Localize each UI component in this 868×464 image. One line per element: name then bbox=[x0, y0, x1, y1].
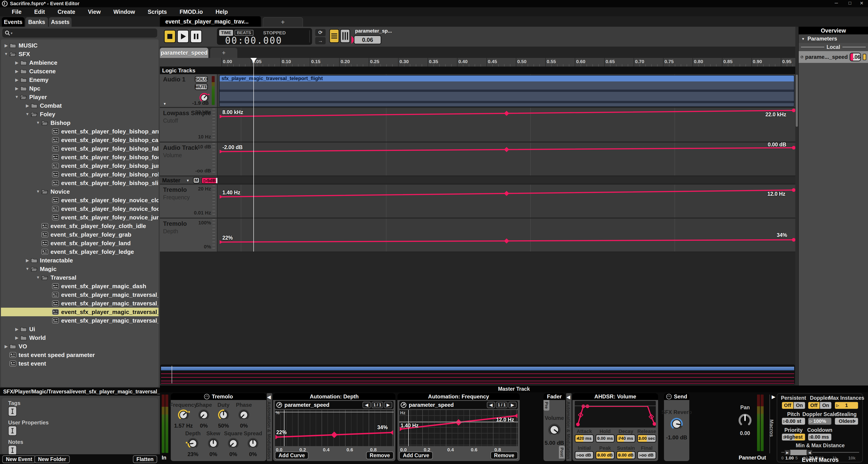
tree-folder-ui[interactable]: ▶Ui bbox=[1, 325, 158, 333]
tree-folder-ambience[interactable]: ▶Ambience bbox=[1, 58, 158, 67]
max-instances-field[interactable]: ▷1 bbox=[834, 401, 859, 409]
parameter-value-field[interactable]: 0.06 bbox=[850, 53, 861, 61]
tree-event-event_sfx_player_foley_bishop_jump[interactable]: event_sfx_player_foley_bishop_jump bbox=[1, 162, 158, 170]
lanes-view-button[interactable] bbox=[340, 29, 350, 43]
tree-event-event_sfx_player_foley_bishop_cape[interactable]: event_sfx_player_foley_bishop_cape bbox=[1, 136, 158, 144]
ahdsr-initial-field[interactable]: ▷-oo dB bbox=[575, 451, 594, 459]
playhead-marker-icon[interactable] bbox=[250, 58, 257, 62]
scrollbar-thumb[interactable] bbox=[796, 75, 798, 127]
tree-folder-npc[interactable]: ▶Npc bbox=[1, 84, 158, 93]
audio-region-title[interactable]: sfx_player_magic_traversal_teleport_flig… bbox=[220, 75, 794, 81]
send-level-knob[interactable] bbox=[669, 416, 685, 432]
stop-button[interactable] bbox=[164, 30, 176, 43]
tree-folder-cutscene[interactable]: ▶Cutscene bbox=[1, 67, 158, 75]
ahdsr-attack-field[interactable]: ▷420 ms bbox=[575, 434, 594, 442]
pan-knob[interactable] bbox=[737, 412, 754, 429]
tree-folder-combat[interactable]: ▶Combat bbox=[1, 101, 158, 110]
persistent-toggle[interactable]: OffOn bbox=[781, 401, 806, 409]
automation-frequency-graph[interactable]: Hz 1.40 Hz 12.0 Hz bbox=[399, 410, 518, 446]
tree-expand-icon[interactable]: ▶ bbox=[14, 60, 20, 65]
tree-folder-magic[interactable]: ▼Magic bbox=[1, 265, 158, 273]
tremolo-skew-knob[interactable] bbox=[206, 436, 221, 451]
tree-folder-traversal[interactable]: ▼Traversal bbox=[1, 273, 158, 282]
tree-expand-icon[interactable]: ▼ bbox=[14, 95, 20, 99]
master-track-bar[interactable]: Master Track bbox=[160, 386, 868, 392]
automation-curve[interactable] bbox=[217, 142, 795, 176]
tree-expand-icon[interactable]: ▼ bbox=[35, 121, 41, 125]
tree-folder-sfx[interactable]: ▼SFX bbox=[1, 50, 158, 58]
tree-expand-icon[interactable]: ▶ bbox=[3, 43, 9, 48]
close-button[interactable]: ✕ bbox=[857, 0, 866, 6]
tab-events[interactable]: Events bbox=[2, 17, 25, 27]
tree-event-event_sfx_player_foley_novice_footstep[interactable]: event_sfx_player_foley_novice_footstep bbox=[1, 204, 158, 213]
menu-view[interactable]: View bbox=[82, 8, 107, 16]
track-tremdepth-lane[interactable]: 22% 34% bbox=[217, 219, 795, 252]
expand-right-icon[interactable]: ▶ bbox=[772, 394, 775, 400]
time-mode-button[interactable]: TIME bbox=[219, 30, 233, 36]
tree-event-event_sfx_player_foley_novice_jump[interactable]: event_sfx_player_foley_novice_jump bbox=[1, 213, 158, 222]
ahdsr-hold-field[interactable]: ▷0.00 ms bbox=[596, 434, 615, 442]
tab-banks[interactable]: Banks bbox=[25, 17, 48, 27]
distance-min-handle[interactable]: ▶ bbox=[784, 450, 790, 455]
tracks-view-button[interactable] bbox=[329, 29, 339, 43]
tree-expand-icon[interactable]: ▼ bbox=[35, 275, 41, 280]
tree-folder-bishop[interactable]: ▼Bishop bbox=[1, 119, 158, 127]
remove-curve-button[interactable]: Remove bbox=[366, 452, 394, 459]
tree-event-event_sfx_player_foley_cloth_idle[interactable]: event_sfx_player_foley_cloth_idle bbox=[1, 222, 158, 230]
audio-region[interactable]: sfx_player_magic_traversal_teleport_flig… bbox=[219, 75, 795, 107]
transport-parameter-value[interactable]: 0.06 bbox=[354, 35, 381, 44]
remove-curve-button[interactable]: Remove bbox=[491, 452, 518, 459]
new-event-button[interactable]: New Event bbox=[2, 455, 36, 463]
pause-button[interactable] bbox=[190, 30, 202, 43]
track-audio1-header[interactable]: Audio 1 SOLO MUTE -1.9 dB ▼ bbox=[160, 74, 217, 107]
tree-event-event_sfx_player_foley_land[interactable]: event_sfx_player_foley_land bbox=[1, 239, 158, 247]
tree-event-event_sfx_player_foley_bishop_footstep[interactable]: event_sfx_player_foley_bishop_footstep bbox=[1, 153, 158, 162]
doppler-toggle[interactable]: OffOn bbox=[808, 401, 832, 409]
tree-folder-novice[interactable]: ▼Novice bbox=[1, 187, 158, 196]
cooldown-field[interactable]: ▷0.00 ms bbox=[808, 433, 832, 441]
distance-slider[interactable]: ▶ ◀ bbox=[781, 450, 859, 455]
overview-parameter-row[interactable]: parame..._speed 0.06 bbox=[799, 51, 868, 63]
menu-edit[interactable]: Edit bbox=[28, 8, 51, 16]
tree-expand-icon[interactable]: ▶ bbox=[3, 344, 9, 349]
tree-expand-icon[interactable]: ▶ bbox=[25, 258, 30, 263]
tree-folder-world[interactable]: ▶World bbox=[1, 333, 158, 342]
priority-field[interactable]: ▷Highest bbox=[781, 433, 806, 441]
search-filter-arrow-icon[interactable]: ▾ bbox=[11, 31, 12, 35]
tree-expand-icon[interactable]: ▶ bbox=[14, 69, 20, 74]
tree-folder-vo[interactable]: ▶VO bbox=[1, 342, 158, 351]
pager-prev-button[interactable]: ◀ bbox=[487, 402, 495, 408]
pager-prev-button[interactable]: ◀ bbox=[363, 402, 371, 408]
master-mute-button[interactable]: M bbox=[193, 177, 200, 184]
add-curve-button[interactable]: Add Curve bbox=[275, 452, 308, 459]
tree-expand-icon[interactable]: ▶ bbox=[14, 77, 20, 82]
tree-expand-icon[interactable]: ▼ bbox=[25, 267, 30, 271]
tree-event-event_sfx_player_foley_bishop_falling[interactable]: event_sfx_player_foley_bishop_falling bbox=[1, 144, 158, 153]
tremolo-shape-knob[interactable] bbox=[196, 408, 211, 422]
menu-help[interactable]: Help bbox=[210, 8, 234, 16]
section-collapse-icon[interactable]: ▼ bbox=[801, 37, 805, 41]
parameter-color-swatch[interactable] bbox=[863, 54, 866, 60]
tremolo-frequency-knob[interactable] bbox=[176, 408, 191, 422]
tremolo-title[interactable]: ◠Tremolo bbox=[171, 393, 266, 400]
new-folder-button[interactable]: New Folder bbox=[34, 455, 70, 463]
ahdsr-automation-strip[interactable]: ◀ Automation & Modulation bbox=[566, 393, 571, 461]
fader-post-tab[interactable]: Post bbox=[559, 446, 565, 459]
track-volume-lane[interactable]: -2.00 dB 0.00 dB bbox=[217, 142, 795, 176]
tremolo-depth-knob[interactable] bbox=[186, 436, 200, 451]
track-lowpass-lane[interactable]: 8.00 kHz 22.0 kHz bbox=[217, 108, 795, 142]
tree-folder-player[interactable]: ▼Player bbox=[1, 93, 158, 101]
tremolo-automation-strip[interactable]: ◀ Automation & Modulation bbox=[267, 393, 272, 461]
distance-max-handle[interactable]: ◀ bbox=[807, 450, 812, 455]
ahdsr-envelope-graph[interactable] bbox=[575, 401, 656, 428]
track-collapse-icon[interactable]: ▼ bbox=[163, 102, 166, 106]
tree-event-event_sfx_player_foley_bishop_armor[interactable]: event_sfx_player_foley_bishop_armor bbox=[1, 127, 158, 136]
selected-event-path[interactable]: SFX/Player/Magic/Traversal/event_sfx_pla… bbox=[0, 388, 160, 396]
tags-edit-button[interactable] bbox=[8, 406, 17, 416]
ahdsr-peak-field[interactable]: ▷0.00 dB bbox=[596, 451, 615, 459]
automation-curve[interactable] bbox=[217, 108, 795, 142]
tree-expand-icon[interactable]: ▶ bbox=[14, 335, 20, 340]
fader-volume-knob[interactable] bbox=[546, 422, 562, 438]
event-document-tab[interactable]: event_sfx_player_magic_trav... bbox=[160, 16, 261, 27]
master-fader-badge[interactable]: ▷5dB bbox=[202, 177, 218, 184]
